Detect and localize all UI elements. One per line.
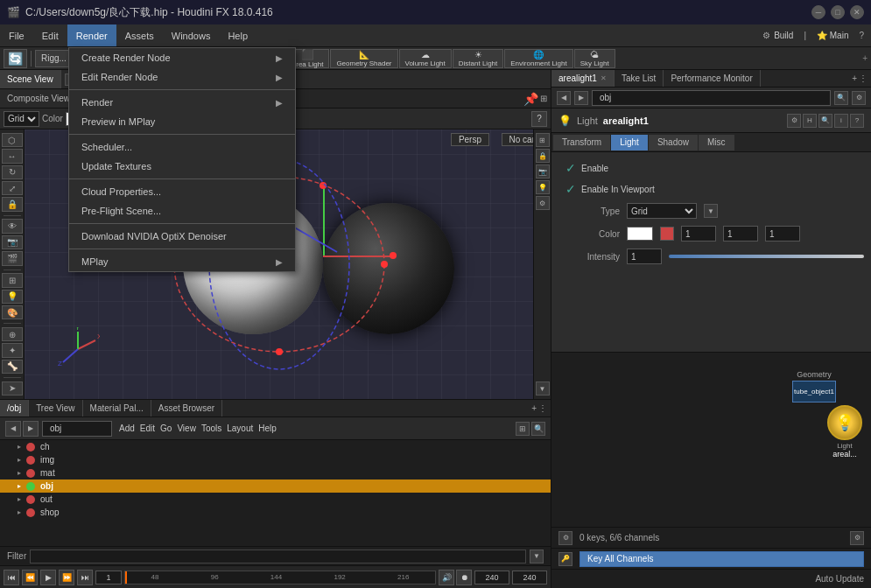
- intensity-input[interactable]: 1: [627, 248, 662, 264]
- snap-tool[interactable]: 🔒: [2, 197, 23, 211]
- color-red-swatch[interactable]: [660, 227, 674, 241]
- node-shop[interactable]: ▸ shop: [0, 506, 551, 519]
- bone-icon[interactable]: 🦴: [2, 360, 23, 374]
- path-back[interactable]: ◀: [557, 91, 571, 105]
- net-help[interactable]: Help: [258, 424, 277, 433]
- right-tab-perf-monitor[interactable]: Performance Monitor: [664, 70, 760, 87]
- tab-asset-browser[interactable]: Asset Browser: [151, 400, 222, 416]
- dropdown-nvidia-denoiser[interactable]: Download NVIDIA OptiX Denoiser: [69, 227, 295, 246]
- type-menu-icon[interactable]: ▼: [704, 204, 718, 218]
- menu-windows[interactable]: Windows: [163, 24, 220, 46]
- timeline-track[interactable]: 48 96 144 192 216: [124, 570, 436, 584]
- props-search-icon[interactable]: 🔍: [818, 114, 832, 128]
- edge-tool-1[interactable]: ⊞: [536, 133, 550, 147]
- dropdown-preflight-scene[interactable]: Pre-Flight Scene...: [69, 201, 295, 220]
- tl-start[interactable]: ⏮: [4, 570, 19, 585]
- filter-input[interactable]: [30, 550, 526, 564]
- maximize-icon[interactable]: ⊞: [540, 94, 547, 103]
- close-button[interactable]: ✕: [850, 5, 864, 19]
- stamp-icon[interactable]: ✦: [2, 343, 23, 357]
- net-go[interactable]: Go: [160, 424, 172, 433]
- status-icon1[interactable]: ⚙: [558, 531, 572, 545]
- dropdown-scheduler[interactable]: Scheduler...: [69, 137, 295, 157]
- net-add[interactable]: Add: [119, 424, 135, 433]
- key-icon[interactable]: 🔑: [558, 552, 572, 566]
- status-icon2[interactable]: ⚙: [850, 531, 864, 545]
- tl-play[interactable]: ▶: [40, 570, 56, 585]
- persp-button[interactable]: Persp: [451, 133, 489, 146]
- color-g-input[interactable]: 1: [723, 226, 758, 242]
- tl-rec[interactable]: ⏺: [456, 570, 472, 585]
- geo-node[interactable]: tube_object1: [792, 381, 836, 402]
- color-swatch-prop[interactable]: [627, 227, 653, 241]
- tl-frame[interactable]: 1: [95, 570, 122, 584]
- node-ch[interactable]: ▸ ch: [0, 440, 551, 453]
- bottom-tab-add[interactable]: +: [531, 403, 537, 413]
- right-tabs-menu[interactable]: ⋮: [859, 74, 867, 83]
- net-layout[interactable]: Layout: [227, 424, 253, 433]
- minimize-button[interactable]: ─: [811, 5, 825, 19]
- net-back[interactable]: ◀: [5, 421, 21, 437]
- menu-help[interactable]: Help: [219, 24, 256, 46]
- obj-merge-icon[interactable]: ⊕: [2, 327, 23, 341]
- tl-prev[interactable]: ⏪: [22, 570, 38, 585]
- dropdown-mplay[interactable]: MPlay ▶: [69, 252, 295, 271]
- menu-file[interactable]: File: [0, 24, 33, 46]
- props-tab-transform[interactable]: Transform: [553, 135, 610, 150]
- geometry-shader-tool[interactable]: 📐 Geometry Shader: [330, 49, 397, 68]
- revolve-button[interactable]: 🔄: [4, 49, 27, 68]
- camera-tool-icon[interactable]: 📷: [2, 235, 23, 249]
- props-gear-icon[interactable]: ⚙: [787, 114, 801, 128]
- edge-tool-2[interactable]: 🔒: [536, 149, 550, 163]
- dropdown-create-render-node[interactable]: Create Render Node ▶: [69, 48, 295, 67]
- scale-tool[interactable]: ⤢: [2, 181, 23, 195]
- bottom-tab-menu[interactable]: ⋮: [538, 403, 547, 413]
- path-search[interactable]: 🔍: [834, 91, 848, 105]
- props-tab-light[interactable]: Light: [611, 135, 648, 150]
- edge-tool-4[interactable]: 💡: [536, 180, 550, 194]
- node-mat[interactable]: ▸ mat: [0, 466, 551, 480]
- tab-tree-view[interactable]: Tree View: [29, 400, 82, 416]
- environment-light-tool[interactable]: 🌐 Environment Light: [504, 49, 572, 68]
- material-icon[interactable]: 🎨: [2, 305, 23, 319]
- key-all-button[interactable]: Key All Channels: [579, 551, 864, 567]
- menu-edit[interactable]: Edit: [33, 24, 67, 46]
- dropdown-preview-mplay[interactable]: Preview in MPlay: [69, 112, 295, 131]
- maximize-button[interactable]: □: [831, 5, 845, 19]
- volume-light-tool[interactable]: ☁ Volume Light: [399, 49, 452, 68]
- node-out[interactable]: ▸ out: [0, 493, 551, 506]
- help-viewport-button[interactable]: ?: [531, 111, 547, 127]
- dropdown-render[interactable]: Render ▶: [69, 93, 295, 112]
- transform-select[interactable]: Grid: [4, 111, 39, 127]
- view-tool[interactable]: 👁: [2, 219, 23, 233]
- shelf-add[interactable]: +: [862, 53, 867, 63]
- render-view-icon[interactable]: 🎬: [2, 251, 23, 265]
- props-tab-shadow[interactable]: Shadow: [649, 135, 698, 150]
- right-tab-take-list[interactable]: Take List: [615, 70, 664, 87]
- props-h-icon[interactable]: H: [803, 114, 817, 128]
- tl-end[interactable]: ⏭: [77, 570, 93, 585]
- right-tab-arealight[interactable]: arealight1 ✕: [551, 70, 615, 87]
- dropdown-update-textures[interactable]: Update Textures: [69, 157, 295, 176]
- net-icon-2[interactable]: 🔍: [531, 422, 545, 436]
- rotate-tool[interactable]: ↻: [2, 165, 23, 179]
- tab-obj[interactable]: /obj: [0, 400, 29, 416]
- sky-light-tool[interactable]: 🌤 Sky Light: [574, 49, 615, 68]
- light-icon-tool[interactable]: 💡: [2, 290, 23, 304]
- color-r-input[interactable]: 1: [681, 226, 716, 242]
- path-forward[interactable]: ▶: [574, 91, 588, 105]
- props-help-icon[interactable]: ?: [850, 114, 864, 128]
- type-select[interactable]: Grid: [627, 203, 697, 219]
- props-tab-misc[interactable]: Misc: [699, 135, 734, 150]
- edge-tool-5[interactable]: ⚙: [536, 196, 550, 210]
- tab-material-pal[interactable]: Material Pal...: [83, 400, 151, 416]
- select-tool[interactable]: ⬡: [2, 133, 23, 147]
- edge-tool-6[interactable]: ▼: [536, 382, 550, 396]
- net-tools[interactable]: Tools: [201, 424, 221, 433]
- menu-assets[interactable]: Assets: [116, 24, 163, 46]
- transform-tool[interactable]: ↔: [2, 149, 23, 163]
- color-b-input[interactable]: 1: [765, 226, 800, 242]
- tl-next[interactable]: ⏩: [59, 570, 74, 585]
- props-info-icon[interactable]: i: [834, 114, 848, 128]
- pin-icon[interactable]: 📌: [523, 92, 538, 106]
